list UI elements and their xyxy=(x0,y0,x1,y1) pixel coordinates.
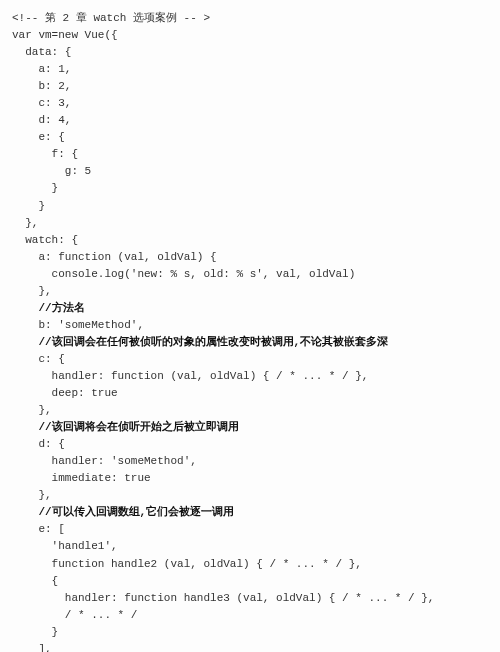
comment-line: //该回调将会在侦听开始之后被立即调用 xyxy=(12,419,488,436)
code-line: d: 4, xyxy=(12,112,488,129)
code-line: }, xyxy=(12,487,488,504)
code-line: console.log('new: % s, old: % s', val, o… xyxy=(12,266,488,283)
code-line: e: { xyxy=(12,129,488,146)
code-line: / * ... * / xyxy=(12,607,488,624)
code-line: watch: { xyxy=(12,232,488,249)
code-line: handler: function (val, oldVal) { / * ..… xyxy=(12,368,488,385)
code-line: { xyxy=(12,573,488,590)
code-line: handler: function handle3 (val, oldVal) … xyxy=(12,590,488,607)
code-line: data: { xyxy=(12,44,488,61)
code-page: <!-- 第 2 章 watch 选项案例 -- > var vm=new Vu… xyxy=(0,0,500,652)
code-line: a: 1, xyxy=(12,61,488,78)
code-line: <!-- 第 2 章 watch 选项案例 -- > xyxy=(12,10,488,27)
code-line: e: [ xyxy=(12,521,488,538)
code-line: }, xyxy=(12,283,488,300)
code-line: } xyxy=(12,198,488,215)
code-line: b: 'someMethod', xyxy=(12,317,488,334)
code-line: b: 2, xyxy=(12,78,488,95)
comment-line: //可以传入回调数组,它们会被逐一调用 xyxy=(12,504,488,521)
code-line: var vm=new Vue({ xyxy=(12,27,488,44)
code-line: c: 3, xyxy=(12,95,488,112)
code-line: deep: true xyxy=(12,385,488,402)
code-line: 'handle1', xyxy=(12,538,488,555)
comment-line: //该回调会在任何被侦听的对象的属性改变时被调用,不论其被嵌套多深 xyxy=(12,334,488,351)
code-line: handler: 'someMethod', xyxy=(12,453,488,470)
code-line: d: { xyxy=(12,436,488,453)
code-line: f: { xyxy=(12,146,488,163)
code-line: function handle2 (val, oldVal) { / * ...… xyxy=(12,556,488,573)
code-line: immediate: true xyxy=(12,470,488,487)
comment-line: //方法名 xyxy=(12,300,488,317)
code-line: g: 5 xyxy=(12,163,488,180)
code-line: ], xyxy=(12,641,488,652)
code-line: }, xyxy=(12,402,488,419)
code-line: } xyxy=(12,180,488,197)
code-line: } xyxy=(12,624,488,641)
code-line: c: { xyxy=(12,351,488,368)
code-line: }, xyxy=(12,215,488,232)
code-line: a: function (val, oldVal) { xyxy=(12,249,488,266)
